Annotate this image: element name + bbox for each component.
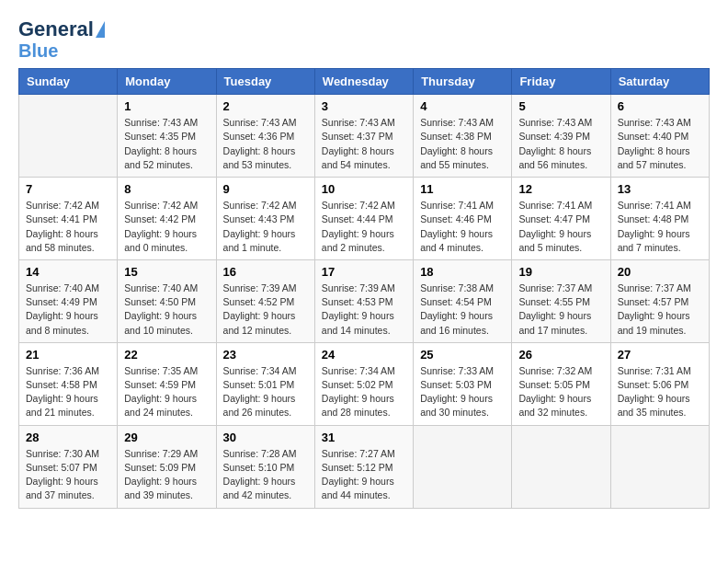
day-number: 6 (618, 99, 702, 113)
day-info: Sunrise: 7:39 AMSunset: 4:52 PMDaylight:… (223, 282, 308, 338)
day-number: 18 (420, 265, 505, 279)
calendar-cell: 31Sunrise: 7:27 AMSunset: 5:12 PMDayligh… (314, 425, 413, 508)
logo-text-general: General (18, 18, 94, 40)
day-number: 17 (322, 265, 406, 279)
day-info: Sunrise: 7:41 AMSunset: 4:47 PMDaylight:… (518, 199, 603, 255)
logo-text-blue: Blue (18, 40, 58, 61)
day-info: Sunrise: 7:37 AMSunset: 4:57 PMDaylight:… (618, 282, 702, 338)
day-info: Sunrise: 7:43 AMSunset: 4:35 PMDaylight:… (124, 116, 209, 172)
day-info: Sunrise: 7:40 AMSunset: 4:50 PMDaylight:… (124, 282, 209, 338)
logo-triangle-icon (96, 21, 105, 38)
day-info: Sunrise: 7:38 AMSunset: 4:54 PMDaylight:… (420, 282, 505, 338)
day-info: Sunrise: 7:40 AMSunset: 4:49 PMDaylight:… (26, 282, 110, 338)
calendar-cell: 15Sunrise: 7:40 AMSunset: 4:50 PMDayligh… (118, 259, 216, 342)
day-number: 8 (124, 182, 209, 196)
day-number: 1 (124, 99, 209, 113)
calendar-cell: 23Sunrise: 7:34 AMSunset: 5:01 PMDayligh… (216, 342, 314, 425)
day-number: 9 (223, 182, 308, 196)
day-info: Sunrise: 7:34 AMSunset: 5:01 PMDaylight:… (223, 364, 308, 420)
calendar-cell (414, 425, 512, 508)
calendar-cell: 21Sunrise: 7:36 AMSunset: 4:58 PMDayligh… (19, 342, 118, 425)
day-info: Sunrise: 7:32 AMSunset: 5:05 PMDaylight:… (518, 364, 603, 420)
day-info: Sunrise: 7:29 AMSunset: 5:09 PMDaylight:… (124, 447, 209, 503)
calendar-cell: 11Sunrise: 7:41 AMSunset: 4:46 PMDayligh… (414, 178, 512, 260)
day-info: Sunrise: 7:28 AMSunset: 5:10 PMDaylight:… (223, 447, 308, 503)
weekday-header: Saturday (610, 69, 709, 95)
calendar-table: SundayMondayTuesdayWednesdayThursdayFrid… (18, 68, 710, 508)
calendar-cell: 27Sunrise: 7:31 AMSunset: 5:06 PMDayligh… (610, 342, 709, 425)
day-info: Sunrise: 7:42 AMSunset: 4:41 PMDaylight:… (26, 199, 110, 255)
calendar-cell: 14Sunrise: 7:40 AMSunset: 4:49 PMDayligh… (19, 259, 118, 342)
weekday-header: Friday (512, 69, 610, 95)
calendar-cell: 29Sunrise: 7:29 AMSunset: 5:09 PMDayligh… (118, 425, 216, 508)
logo: General Blue (18, 18, 105, 61)
calendar-cell (512, 425, 610, 508)
day-number: 26 (518, 348, 603, 362)
calendar-cell: 5Sunrise: 7:43 AMSunset: 4:39 PMDaylight… (512, 95, 610, 178)
day-number: 4 (420, 99, 505, 113)
day-info: Sunrise: 7:41 AMSunset: 4:46 PMDaylight:… (420, 199, 505, 255)
day-info: Sunrise: 7:43 AMSunset: 4:38 PMDaylight:… (420, 116, 505, 172)
calendar-cell: 2Sunrise: 7:43 AMSunset: 4:36 PMDaylight… (216, 95, 314, 178)
calendar-cell (610, 425, 709, 508)
page-header: General Blue (18, 18, 710, 61)
calendar-cell: 28Sunrise: 7:30 AMSunset: 5:07 PMDayligh… (19, 425, 118, 508)
calendar-cell: 12Sunrise: 7:41 AMSunset: 4:47 PMDayligh… (512, 178, 610, 260)
day-number: 12 (518, 182, 603, 196)
calendar-cell: 30Sunrise: 7:28 AMSunset: 5:10 PMDayligh… (216, 425, 314, 508)
day-number: 27 (618, 348, 702, 362)
day-number: 15 (124, 265, 209, 279)
day-number: 28 (26, 431, 110, 444)
day-number: 22 (124, 348, 209, 362)
weekday-header: Monday (118, 69, 216, 95)
day-info: Sunrise: 7:42 AMSunset: 4:43 PMDaylight:… (223, 199, 308, 255)
calendar-cell: 8Sunrise: 7:42 AMSunset: 4:42 PMDaylight… (118, 178, 216, 260)
day-number: 29 (124, 431, 209, 444)
calendar-cell: 4Sunrise: 7:43 AMSunset: 4:38 PMDaylight… (414, 95, 512, 178)
calendar-cell: 20Sunrise: 7:37 AMSunset: 4:57 PMDayligh… (610, 259, 709, 342)
calendar-cell (19, 95, 118, 178)
day-info: Sunrise: 7:43 AMSunset: 4:37 PMDaylight:… (322, 116, 406, 172)
day-info: Sunrise: 7:39 AMSunset: 4:53 PMDaylight:… (322, 282, 406, 338)
calendar-cell: 19Sunrise: 7:37 AMSunset: 4:55 PMDayligh… (512, 259, 610, 342)
day-info: Sunrise: 7:41 AMSunset: 4:48 PMDaylight:… (618, 199, 702, 255)
day-number: 19 (518, 265, 603, 279)
day-number: 13 (618, 182, 702, 196)
day-number: 24 (322, 348, 406, 362)
calendar-cell: 10Sunrise: 7:42 AMSunset: 4:44 PMDayligh… (314, 178, 413, 260)
calendar-cell: 25Sunrise: 7:33 AMSunset: 5:03 PMDayligh… (414, 342, 512, 425)
day-number: 20 (618, 265, 702, 279)
day-info: Sunrise: 7:31 AMSunset: 5:06 PMDaylight:… (618, 364, 702, 420)
day-info: Sunrise: 7:37 AMSunset: 4:55 PMDaylight:… (518, 282, 603, 338)
day-number: 3 (322, 99, 406, 113)
day-info: Sunrise: 7:30 AMSunset: 5:07 PMDaylight:… (26, 447, 110, 503)
weekday-header: Wednesday (314, 69, 413, 95)
day-info: Sunrise: 7:33 AMSunset: 5:03 PMDaylight:… (420, 364, 505, 420)
weekday-header: Tuesday (216, 69, 314, 95)
day-number: 10 (322, 182, 406, 196)
calendar-cell: 22Sunrise: 7:35 AMSunset: 4:59 PMDayligh… (118, 342, 216, 425)
day-info: Sunrise: 7:36 AMSunset: 4:58 PMDaylight:… (26, 364, 110, 420)
day-number: 30 (223, 431, 308, 444)
calendar-cell: 17Sunrise: 7:39 AMSunset: 4:53 PMDayligh… (314, 259, 413, 342)
calendar-cell: 18Sunrise: 7:38 AMSunset: 4:54 PMDayligh… (414, 259, 512, 342)
day-number: 5 (518, 99, 603, 113)
day-info: Sunrise: 7:43 AMSunset: 4:39 PMDaylight:… (518, 116, 603, 172)
day-info: Sunrise: 7:35 AMSunset: 4:59 PMDaylight:… (124, 364, 209, 420)
calendar-cell: 13Sunrise: 7:41 AMSunset: 4:48 PMDayligh… (610, 178, 709, 260)
calendar-cell: 9Sunrise: 7:42 AMSunset: 4:43 PMDaylight… (216, 178, 314, 260)
calendar-cell: 3Sunrise: 7:43 AMSunset: 4:37 PMDaylight… (314, 95, 413, 178)
day-info: Sunrise: 7:42 AMSunset: 4:42 PMDaylight:… (124, 199, 209, 255)
day-number: 21 (26, 348, 110, 362)
day-number: 11 (420, 182, 505, 196)
day-number: 2 (223, 99, 308, 113)
day-number: 25 (420, 348, 505, 362)
calendar-cell: 26Sunrise: 7:32 AMSunset: 5:05 PMDayligh… (512, 342, 610, 425)
day-number: 16 (223, 265, 308, 279)
day-number: 7 (26, 182, 110, 196)
day-info: Sunrise: 7:42 AMSunset: 4:44 PMDaylight:… (322, 199, 406, 255)
day-info: Sunrise: 7:43 AMSunset: 4:36 PMDaylight:… (223, 116, 308, 172)
day-number: 31 (322, 431, 406, 444)
weekday-header: Thursday (414, 69, 512, 95)
calendar-cell: 24Sunrise: 7:34 AMSunset: 5:02 PMDayligh… (314, 342, 413, 425)
